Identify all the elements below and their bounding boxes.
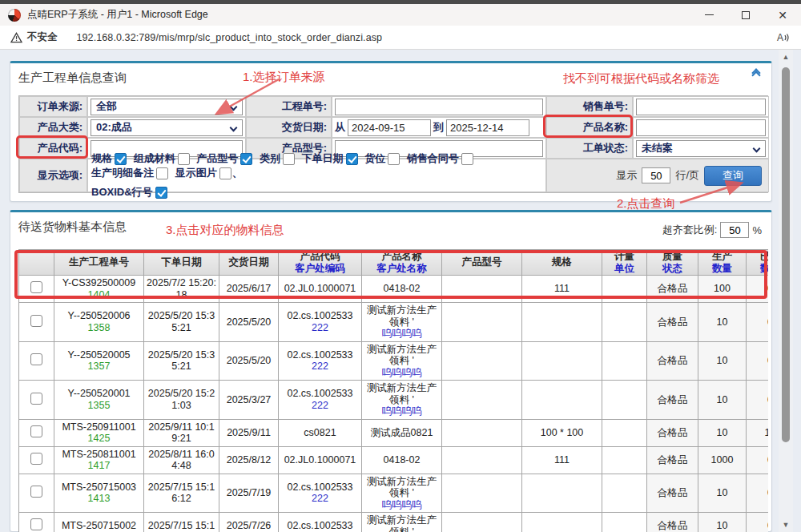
order-source-label: 订单来源: (19, 96, 87, 117)
option-checkbox[interactable] (155, 187, 167, 199)
page-size-input[interactable] (642, 167, 670, 183)
row-checkbox[interactable] (30, 281, 42, 293)
order-date-cell: 2025/7/15 15:1 (144, 513, 219, 532)
delivery-date-label: 交货日期: (246, 117, 332, 138)
sales-no-label: 销售单号: (546, 96, 633, 117)
search-button[interactable]: 查询 (704, 166, 762, 186)
product-model-cell (442, 474, 522, 513)
header-order-no: 生产工程单号 (54, 250, 144, 276)
option-checkbox[interactable] (388, 153, 400, 165)
date-to-label: 到 (433, 120, 444, 135)
table-row[interactable]: MTS-2509110011425 2025/9/11 10:19:21 202… (19, 419, 769, 446)
query-form: 订单来源: 全部 工程单号: 销售单号: 产品大类: 02:成品 交货日期: 从… (18, 95, 768, 193)
delivery-date-cell: 2025/9/11 (219, 419, 279, 446)
product-model-cell (442, 341, 522, 381)
product-model-cell (442, 276, 522, 303)
product-category-select[interactable]: 02:成品 (91, 119, 243, 136)
spec-cell (522, 474, 602, 513)
ratio-input[interactable] (720, 222, 749, 238)
order-source-select[interactable]: 全部 (91, 99, 243, 115)
row-checkbox-cell (19, 446, 54, 474)
site-favicon-icon (8, 9, 21, 22)
product-name-cell: 测试成品0821 (362, 419, 442, 446)
scroll-down-icon[interactable]: ▼ (779, 519, 793, 530)
row-checkbox[interactable] (30, 425, 42, 437)
display-option: 货位 (364, 151, 400, 166)
table-row[interactable]: Y--2505200011355 2025/5/20 15:21:03 2025… (19, 381, 769, 420)
option-checkbox[interactable] (115, 153, 127, 165)
row-checkbox-cell (19, 341, 54, 381)
window-title: 点晴ERP子系统 - 用户1 - Microsoft Edge (27, 8, 208, 22)
option-checkbox[interactable] (461, 153, 473, 165)
product-name-input[interactable] (636, 119, 766, 136)
table-row[interactable]: MTS-2508110011417 2025/8/11 16:04:48 202… (19, 446, 769, 474)
order-date-cell: 2025/9/11 10:19:21 (144, 419, 219, 446)
scrollbar-thumb[interactable] (782, 67, 790, 442)
table-row[interactable]: MTS-250715002 2025/7/15 15:1 2025/7/26 0… (19, 513, 769, 532)
maximize-icon (742, 11, 750, 19)
display-option: 类别 (260, 151, 296, 166)
sales-no-input[interactable] (636, 99, 766, 115)
option-checkbox[interactable] (240, 153, 252, 165)
unit-cell (602, 276, 647, 303)
option-checkbox[interactable] (156, 167, 168, 179)
collapse-panel-icon[interactable] (751, 70, 762, 81)
address-bar[interactable]: 不安全 192.168.0.32:789/mis/mrp/slc_product… (0, 26, 801, 50)
display-option: 下单日期 (302, 151, 359, 166)
pagination-actions: 显示 行/页 查询 (546, 159, 769, 192)
maximize-button[interactable] (727, 4, 764, 26)
query-panel-title: 生产工程单信息查询 (18, 71, 127, 86)
order-no-cell: MTS-2509110011425 (54, 419, 144, 446)
spec-cell (522, 303, 602, 342)
delivery-date-cell: 2025/5/20 (219, 303, 279, 342)
delivery-date-cell: 2025/7/19 (219, 474, 279, 513)
quality-cell: 合格品 (647, 513, 698, 532)
product-code-cell: 02.JL0.1000071 (279, 446, 362, 474)
qty-cell: 10 (698, 474, 747, 513)
display-options: 规格 组成材料 产品型号 类别 下单日期 货位 销售合同号 生产明细备注 显示图… (87, 159, 546, 192)
scroll-up-icon[interactable]: ▲ (779, 51, 793, 62)
minimize-button[interactable] (690, 4, 727, 26)
row-checkbox[interactable] (30, 393, 42, 405)
quality-cell: 合格品 (647, 341, 698, 381)
table-row[interactable]: Y-CS3925000091404 2025/7/2 15:20:18 2025… (19, 276, 769, 303)
row-checkbox[interactable] (30, 315, 42, 327)
product-name-cell: 测试新方法生产领料 '呜呜呜呜 (362, 474, 442, 513)
header-checkbox-col (19, 250, 54, 276)
product-model-cell (442, 303, 522, 342)
header-product-code: 产品代码客户处编码 (279, 250, 362, 276)
option-checkbox[interactable] (178, 153, 190, 165)
product-code-label: 产品代码: (19, 138, 87, 159)
delivery-date-cell: 2025/5/20 (219, 341, 279, 381)
unit-cell (602, 419, 647, 446)
url-text[interactable]: 192.168.0.32:789/mis/mrp/slc_product_int… (77, 32, 383, 43)
quality-cell: 合格品 (647, 474, 698, 513)
security-label[interactable]: 不安全 (27, 30, 58, 44)
table-row[interactable]: Y--2505200051357 2025/5/20 15:35:21 2025… (19, 341, 769, 381)
order-status-select[interactable]: 未结案 (636, 140, 766, 157)
table-header-row: 生产工程单号 下单日期 交货日期 产品代码客户处编码 产品名称客户处名称 产品型… (19, 250, 769, 276)
option-checkbox[interactable] (283, 153, 295, 165)
date-from-input[interactable] (348, 119, 431, 136)
row-checkbox[interactable] (30, 518, 42, 530)
row-checkbox[interactable] (30, 453, 42, 465)
product-model-cell (442, 446, 522, 474)
read-aloud-icon[interactable]: A (775, 30, 790, 48)
annotation-step1: 1.选择订单来源 (243, 70, 325, 85)
table-row[interactable]: MTS-2507150031413 2025/7/15 15:16:12 202… (19, 474, 769, 513)
materials-table-wrap: 生产工程单号 下单日期 交货日期 产品代码客户处编码 产品名称客户处名称 产品型… (18, 249, 768, 532)
order-date-cell: 2025/7/15 15:16:12 (144, 474, 219, 513)
qty-cell: 1000 (698, 446, 747, 474)
product-category-label: 产品大类: (19, 117, 87, 138)
row-checkbox[interactable] (30, 486, 42, 498)
table-row[interactable]: Y--2505200061358 2025/5/20 15:35:21 2025… (19, 303, 769, 342)
page-scrollbar[interactable]: ▲ ▼ (779, 50, 793, 532)
spec-cell (522, 513, 602, 532)
row-checkbox[interactable] (30, 353, 42, 365)
project-no-input[interactable] (335, 99, 543, 115)
option-checkbox[interactable] (219, 167, 231, 179)
product-code-cell: 02.cs.1002533222 (279, 381, 362, 420)
option-checkbox[interactable] (346, 153, 358, 165)
date-to-input[interactable] (446, 119, 529, 136)
close-button[interactable]: ✕ (764, 4, 801, 26)
